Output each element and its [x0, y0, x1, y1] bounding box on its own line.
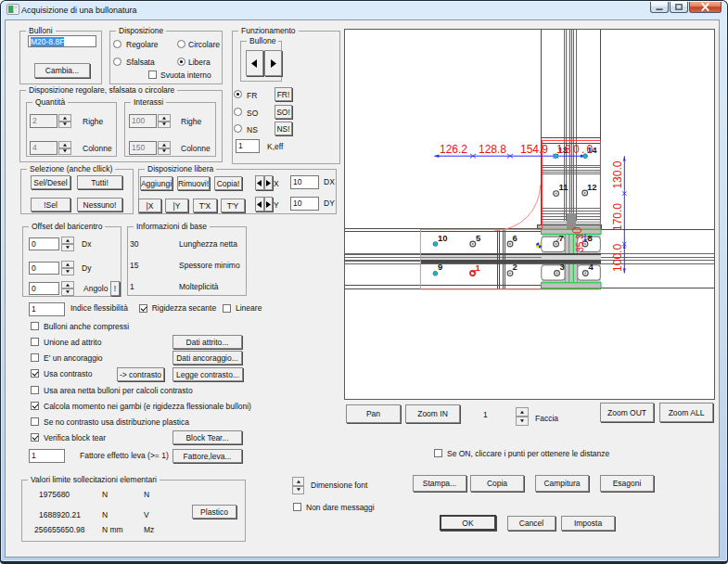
svg-text:35.3: 35.3	[575, 234, 585, 252]
svg-text:4: 4	[589, 262, 594, 272]
svg-text:180.0: 180.0	[556, 143, 595, 156]
svg-text:100.0: 100.0	[611, 244, 624, 272]
svg-text:9: 9	[438, 262, 442, 272]
svg-text:170.0: 170.0	[611, 203, 624, 231]
svg-text:128.8: 128.8	[479, 143, 506, 156]
svg-text:11: 11	[559, 182, 569, 192]
svg-text:154.9: 154.9	[520, 143, 548, 156]
svg-text:10: 10	[438, 233, 448, 243]
svg-text:5: 5	[476, 233, 481, 243]
svg-text:1: 1	[476, 263, 481, 273]
svg-text:130.0: 130.0	[611, 160, 624, 188]
svg-text:2: 2	[513, 262, 517, 272]
svg-text:126.2: 126.2	[440, 143, 467, 156]
svg-text:12: 12	[587, 182, 597, 192]
svg-text:6: 6	[513, 233, 517, 243]
svg-text:3: 3	[560, 262, 565, 272]
